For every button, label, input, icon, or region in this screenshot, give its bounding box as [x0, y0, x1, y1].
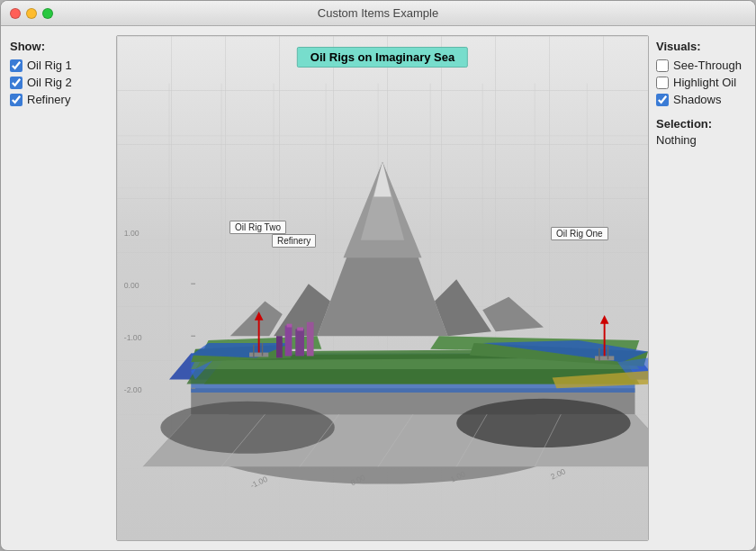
minimize-button[interactable]	[26, 8, 37, 19]
selection-section: Selection: Nothing	[656, 115, 746, 147]
oil-rig-one-label: Oil Rig One	[551, 227, 608, 240]
titlebar: Custom Items Example	[1, 1, 755, 26]
svg-text:0.00: 0.00	[124, 281, 140, 290]
main-window: Custom Items Example Show: Oil Rig 1 Oil…	[0, 0, 756, 551]
svg-point-21	[456, 399, 630, 447]
svg-rect-54	[287, 324, 292, 328]
close-button[interactable]	[10, 8, 21, 19]
center-panel: 1.00 0.00 -1.00 -2.00	[116, 35, 649, 541]
show-label: Show:	[10, 40, 109, 53]
highlight-oil-input[interactable]	[656, 77, 669, 89]
maximize-button[interactable]	[42, 8, 53, 19]
highlight-oil-label: Highlight Oil	[673, 76, 736, 89]
see-through-checkbox[interactable]: See-Through	[656, 59, 746, 72]
shadows-checkbox[interactable]: Shadows	[656, 93, 746, 106]
svg-text:-2.00: -2.00	[124, 385, 142, 394]
oil-rig-1-checkbox[interactable]: Oil Rig 1	[10, 59, 109, 72]
oil-rig-2-label: Oil Rig 2	[27, 76, 72, 89]
svg-text:-1.00: -1.00	[249, 474, 269, 491]
left-panel: Show: Oil Rig 1 Oil Rig 2 Refinery	[10, 35, 109, 541]
see-through-label: See-Through	[673, 59, 742, 72]
svg-rect-63	[595, 356, 614, 360]
selection-value: Nothing	[656, 133, 746, 147]
svg-text:1.00: 1.00	[124, 229, 140, 238]
refinery-input[interactable]	[10, 94, 22, 106]
svg-rect-55	[297, 328, 303, 331]
oil-rig-1-input[interactable]	[10, 59, 22, 72]
oil-rig-2-input[interactable]	[10, 77, 22, 89]
scene-svg: 1.00 0.00 -1.00 -2.00	[117, 36, 648, 540]
svg-rect-58	[249, 353, 268, 357]
visuals-label: Visuals:	[656, 40, 746, 53]
window-title: Custom Items Example	[318, 6, 438, 20]
svg-rect-51	[295, 329, 304, 356]
highlight-oil-checkbox[interactable]: Highlight Oil	[656, 76, 746, 89]
svg-text:2.00: 2.00	[549, 466, 567, 481]
content-area: Show: Oil Rig 1 Oil Rig 2 Refinery	[1, 26, 755, 550]
shadows-label: Shadows	[673, 93, 721, 106]
svg-rect-50	[285, 326, 292, 357]
svg-rect-52	[307, 322, 314, 357]
svg-point-20	[160, 402, 334, 454]
refinery-checkbox[interactable]: Refinery	[10, 93, 109, 106]
see-through-input[interactable]	[656, 59, 669, 72]
refinery-label: Refinery	[27, 93, 70, 106]
scene-title: Oil Rigs on Imaginary Sea	[297, 47, 468, 68]
svg-text:-1.00: -1.00	[124, 333, 142, 342]
svg-rect-53	[276, 336, 283, 357]
shadows-input[interactable]	[656, 94, 669, 106]
svg-marker-40	[482, 297, 544, 332]
selection-label: Selection:	[656, 117, 712, 131]
svg-marker-62	[600, 315, 609, 324]
oil-rig-1-label: Oil Rig 1	[27, 59, 72, 72]
viewport[interactable]: 1.00 0.00 -1.00 -2.00	[116, 35, 649, 541]
oil-rig-two-label: Oil Rig Two	[230, 221, 286, 234]
refinery-scene-label: Refinery	[272, 234, 316, 248]
titlebar-buttons	[10, 8, 53, 19]
right-panel: Visuals: See-Through Highlight Oil Shado…	[656, 35, 746, 541]
oil-rig-2-checkbox[interactable]: Oil Rig 2	[10, 76, 109, 89]
